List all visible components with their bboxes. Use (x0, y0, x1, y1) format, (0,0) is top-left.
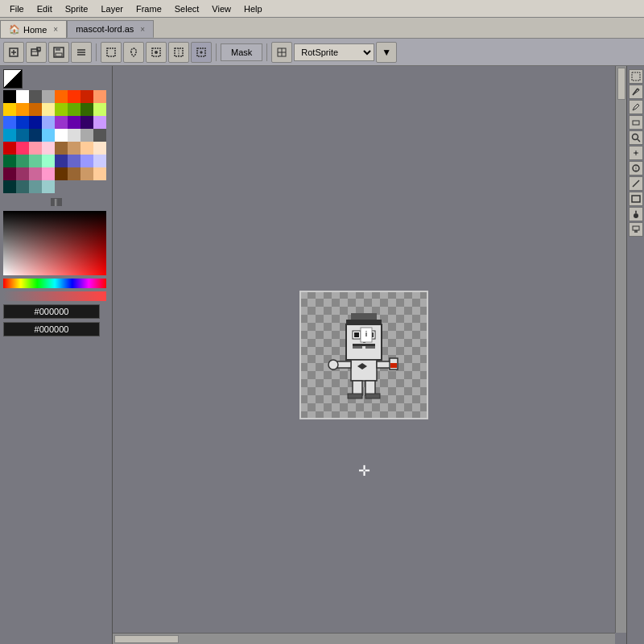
palette-cell[interactable] (93, 142, 106, 155)
menu-sprite[interactable]: Sprite (59, 2, 95, 15)
palette-cell[interactable] (68, 116, 80, 129)
palette-cell[interactable] (3, 116, 16, 129)
palette-cell[interactable] (68, 142, 80, 155)
palette-cell[interactable] (42, 116, 55, 129)
tool-select-lasso[interactable] (123, 42, 144, 63)
menu-help[interactable]: Help (237, 2, 269, 15)
vertical-scrollbar-thumb[interactable] (617, 68, 625, 100)
tool-marquee[interactable] (629, 69, 643, 84)
palette-cell[interactable] (16, 142, 29, 155)
palette-cell[interactable] (29, 103, 42, 116)
hue-bar[interactable] (3, 279, 106, 288)
tool-hand[interactable] (629, 146, 643, 160)
tab-mascot-close[interactable]: × (140, 25, 145, 34)
tool-menu[interactable] (71, 42, 92, 63)
alpha-bar[interactable] (3, 291, 106, 301)
palette-cell[interactable] (68, 129, 80, 142)
menu-select[interactable]: Select (168, 2, 206, 15)
palette-cell[interactable] (29, 90, 42, 103)
menu-layer[interactable]: Layer (94, 2, 130, 15)
palette-cell[interactable] (29, 116, 42, 129)
rotsprite-dropdown[interactable]: ▼ (376, 42, 397, 63)
palette-cell[interactable] (80, 155, 93, 167)
tool-pencil[interactable] (629, 85, 643, 99)
color-gradient-picker[interactable] (3, 211, 106, 275)
palette-cell[interactable] (16, 167, 29, 180)
mask-button[interactable]: Mask (221, 43, 262, 61)
sprite-canvas[interactable]: i (113, 66, 626, 644)
palette-cell[interactable] (42, 90, 55, 103)
palette-cell[interactable] (29, 180, 42, 193)
tool-grid[interactable] (271, 42, 292, 63)
palette-cell[interactable] (42, 129, 55, 142)
menu-edit[interactable]: Edit (31, 2, 59, 15)
palette-cell[interactable] (29, 155, 42, 167)
tool-rect-outline[interactable] (629, 192, 643, 206)
panel-resize-handle[interactable]: ‖ (51, 198, 62, 206)
palette-cell[interactable] (93, 116, 106, 129)
fg-hex-display[interactable]: #000000 (3, 304, 100, 319)
menu-frame[interactable]: Frame (130, 2, 168, 15)
palette-cell[interactable] (16, 90, 29, 103)
palette-cell[interactable] (93, 90, 106, 103)
tab-home-close[interactable]: × (53, 25, 58, 34)
palette-cell[interactable] (42, 155, 55, 167)
vertical-scrollbar[interactable] (615, 66, 626, 633)
palette-cell[interactable] (42, 167, 55, 180)
tool-new[interactable] (3, 42, 24, 63)
palette-cell[interactable] (16, 116, 29, 129)
tool-eraser[interactable] (629, 115, 643, 130)
palette-cell[interactable] (80, 167, 93, 180)
palette-cell[interactable] (55, 167, 68, 180)
tool-ink[interactable] (191, 42, 212, 63)
palette-cell[interactable] (29, 142, 42, 155)
palette-cell[interactable] (55, 155, 68, 167)
tool-select-magic[interactable] (146, 42, 167, 63)
fg-bg-colors[interactable] (3, 69, 23, 89)
tool-save[interactable] (48, 42, 69, 63)
palette-cell[interactable] (80, 90, 93, 103)
palette-cell[interactable] (93, 103, 106, 116)
palette-cell[interactable] (55, 116, 68, 129)
palette-cell[interactable] (16, 103, 29, 116)
palette-cell[interactable] (42, 180, 55, 193)
tool-open[interactable] (26, 42, 47, 63)
horizontal-scrollbar[interactable] (113, 633, 615, 644)
rotsprite-select[interactable]: RotSprite (294, 43, 374, 61)
tool-line[interactable] (629, 176, 643, 191)
bg-hex-display[interactable]: #000000 (3, 322, 100, 336)
palette-cell[interactable] (16, 129, 29, 142)
palette-cell[interactable] (3, 155, 16, 167)
palette-cell[interactable] (55, 103, 68, 116)
palette-cell[interactable] (16, 180, 29, 193)
palette-cell[interactable] (55, 129, 68, 142)
palette-cell[interactable] (29, 129, 42, 142)
tool-fill[interactable] (629, 207, 643, 221)
palette-cell[interactable] (3, 142, 16, 155)
menu-view[interactable]: View (205, 2, 237, 15)
palette-cell[interactable] (3, 167, 16, 180)
palette-cell[interactable] (93, 155, 106, 167)
palette-cell[interactable] (3, 90, 16, 103)
palette-cell[interactable] (16, 155, 29, 167)
palette-cell[interactable] (80, 129, 93, 142)
tool-brush[interactable] (629, 222, 643, 237)
horizontal-scrollbar-thumb[interactable] (114, 635, 179, 643)
palette-cell[interactable] (80, 116, 93, 129)
palette-cell[interactable] (42, 142, 55, 155)
palette-cell[interactable] (68, 103, 80, 116)
tool-pen2[interactable] (629, 100, 643, 114)
palette-cell[interactable] (93, 167, 106, 180)
palette-cell[interactable] (55, 142, 68, 155)
palette-cell[interactable] (68, 167, 80, 180)
tab-mascot[interactable]: mascot-lord.as × (67, 20, 154, 38)
tool-select-4[interactable] (168, 42, 189, 63)
tool-eyedropper[interactable] (629, 161, 643, 175)
palette-cell[interactable] (3, 180, 16, 193)
palette-cell[interactable] (3, 103, 16, 116)
palette-cell[interactable] (3, 129, 16, 142)
tab-home[interactable]: 🏠 Home × (0, 20, 67, 38)
palette-cell[interactable] (29, 167, 42, 180)
palette-cell[interactable] (42, 103, 55, 116)
tool-zoom[interactable] (629, 130, 643, 145)
